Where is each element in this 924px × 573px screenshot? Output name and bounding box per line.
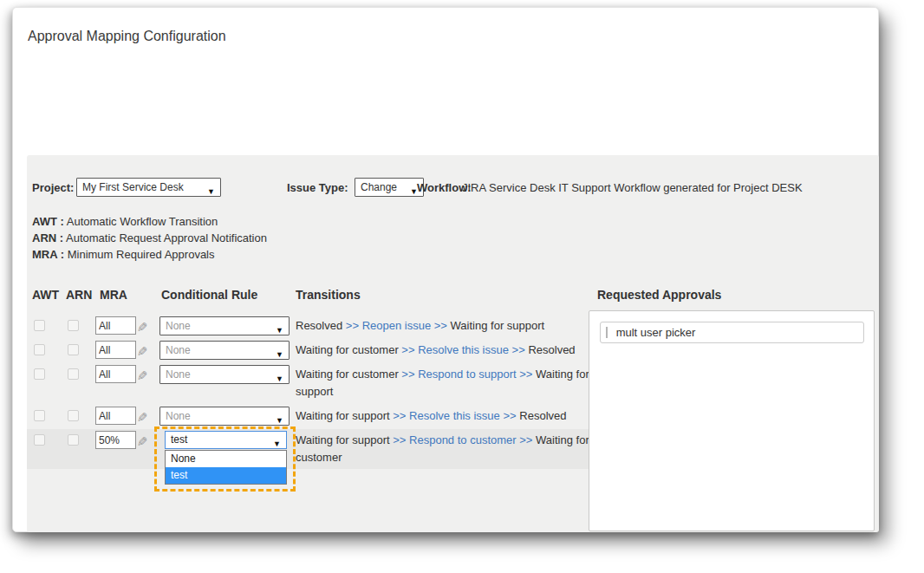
legend-awt-abbr: AWT : [32,215,64,228]
dropdown-option-none[interactable]: None [166,451,286,467]
transition-separator: >> [503,409,516,422]
mra-input[interactable] [95,341,136,359]
table-row: ✎ None ▼ Waiting for support >> Resolve … [27,405,595,427]
legend-awt-text: Automatic Workflow Transition [67,215,218,228]
transition-target: Waiting for support [451,319,545,332]
chevron-down-icon: ▼ [276,412,283,429]
column-header-requested-approvals: Requested Approvals [597,288,721,302]
arn-checkbox[interactable] [68,368,79,380]
transition-separator: >> [393,433,406,446]
issue-type-select[interactable]: Change ▼ [355,178,424,197]
chevron-down-icon: ▼ [276,370,283,387]
legend-arn: ARN : Automatic Request Approval Notific… [32,231,267,244]
transition-separator: >> [434,319,447,332]
awt-checkbox[interactable] [34,410,45,421]
conditional-rule-value: None [166,344,191,356]
transition-link[interactable]: Respond to customer [409,433,517,446]
dropdown-option-list: None test [165,450,287,485]
transition-path: Waiting for customer >> Resolve this iss… [296,342,601,359]
transition-source: Resolved [296,319,342,332]
edit-pencil-icon[interactable]: ✎ [137,410,148,426]
issue-type-select-value: Change [361,181,397,193]
transition-path: Resolved >> Reopen issue >> Waiting for … [296,317,601,335]
transition-separator: >> [401,368,414,381]
edit-pencil-icon[interactable]: ✎ [137,320,148,335]
column-header-mra: MRA [100,288,127,302]
transition-separator: >> [512,343,525,356]
transition-separator: >> [519,368,532,381]
legend-arn-text: Automatic Request Approval Notification [66,231,267,244]
transition-link[interactable]: Respond to support [418,368,516,381]
project-select[interactable]: My First Service Desk ▼ [76,178,221,197]
transition-path: Waiting for support >> Respond to custom… [296,432,595,466]
issue-type-label: Issue Type: [287,181,348,194]
chevron-down-icon: ▼ [207,183,215,200]
table-row: ✎ None ▼ Resolved >> Reopen issue >> Wai… [27,315,595,337]
dropdown-option-test[interactable]: test [166,467,286,484]
transition-link[interactable]: Resolve this issue [418,343,509,356]
transition-source: Waiting for support [296,409,390,422]
conditional-rule-value: None [166,410,191,422]
awt-checkbox[interactable] [34,320,45,331]
awt-checkbox[interactable] [34,344,45,355]
awt-checkbox[interactable] [34,368,45,380]
transition-source: Waiting for customer [296,343,399,356]
awt-checkbox[interactable] [34,434,45,446]
transition-source: Waiting for support [296,433,390,446]
mra-input[interactable] [95,407,136,425]
transition-separator: >> [401,343,414,356]
column-header-arn: ARN [66,288,92,302]
project-label: Project: [32,181,74,194]
conditional-rule-value: None [166,320,191,332]
table-row: ✎ None ▼ Waiting for customer >> Respond… [27,363,595,403]
edit-pencil-icon[interactable]: ✎ [137,434,148,450]
mra-input[interactable] [95,431,136,449]
transition-path: Waiting for support >> Resolve this issu… [296,407,601,425]
configuration-panel: Project: My First Service Desk ▼ Issue T… [27,155,879,532]
conditional-rule-select[interactable]: None ▼ [159,365,290,384]
column-header-awt: AWT [32,288,59,302]
legend-mra-abbr: MRA : [32,248,64,261]
arn-checkbox[interactable] [68,344,79,355]
transition-target: Resolved [519,409,566,422]
legend-arn-abbr: ARN : [32,231,63,244]
workflow-value: JIRA Service Desk IT Support Workflow ge… [462,181,803,194]
column-header-conditional-rule: Conditional Rule [161,288,257,302]
arn-checkbox[interactable] [68,410,79,421]
conditional-rule-select[interactable]: None ▼ [159,407,290,426]
mra-input[interactable] [95,365,136,383]
multi-user-picker-field[interactable]: mult user picker [600,322,864,343]
table-row: ✎ None ▼ Waiting for customer >> Resolve… [27,339,595,361]
app-window: Approval Mapping Configuration Project: … [12,7,879,532]
arn-checkbox[interactable] [68,434,79,446]
chevron-down-icon: ▼ [276,322,283,339]
transition-separator: >> [519,433,532,446]
arn-checkbox[interactable] [68,320,79,331]
conditional-rule-select[interactable]: None ▼ [159,341,290,360]
transition-target: Resolved [528,343,575,356]
conditional-rule-select[interactable]: None ▼ [159,316,290,335]
legend-mra-text: Minimum Required Approvals [68,248,215,261]
conditional-rule-value: test [171,433,187,446]
transition-link[interactable]: Resolve this issue [409,409,500,422]
legend-mra: MRA : Minimum Required Approvals [32,248,215,261]
edit-pencil-icon[interactable]: ✎ [137,344,148,360]
edit-pencil-icon[interactable]: ✎ [137,368,148,384]
transition-separator: >> [346,319,359,332]
column-header-transitions: Transitions [296,288,361,302]
project-select-value: My First Service Desk [82,181,184,193]
legend-awt: AWT : Automatic Workflow Transition [32,215,218,228]
table-row-active: ✎ Waiting for support >> Respond to cust… [27,429,595,469]
conditional-rule-select-open[interactable]: test ▼ [165,431,287,449]
page-title: Approval Mapping Configuration [28,29,226,44]
chevron-down-icon: ▼ [276,346,283,363]
conditional-rule-value: None [166,368,191,381]
transition-source: Waiting for customer [296,368,399,381]
mra-input[interactable] [95,316,136,335]
text-cursor [606,327,608,338]
multi-user-picker-value: mult user picker [616,326,696,339]
transition-separator: >> [393,409,406,422]
transition-path: Waiting for customer >> Respond to suppo… [296,366,595,400]
requested-approvals-panel: mult user picker [589,310,875,531]
transition-link[interactable]: Reopen issue [362,319,432,332]
